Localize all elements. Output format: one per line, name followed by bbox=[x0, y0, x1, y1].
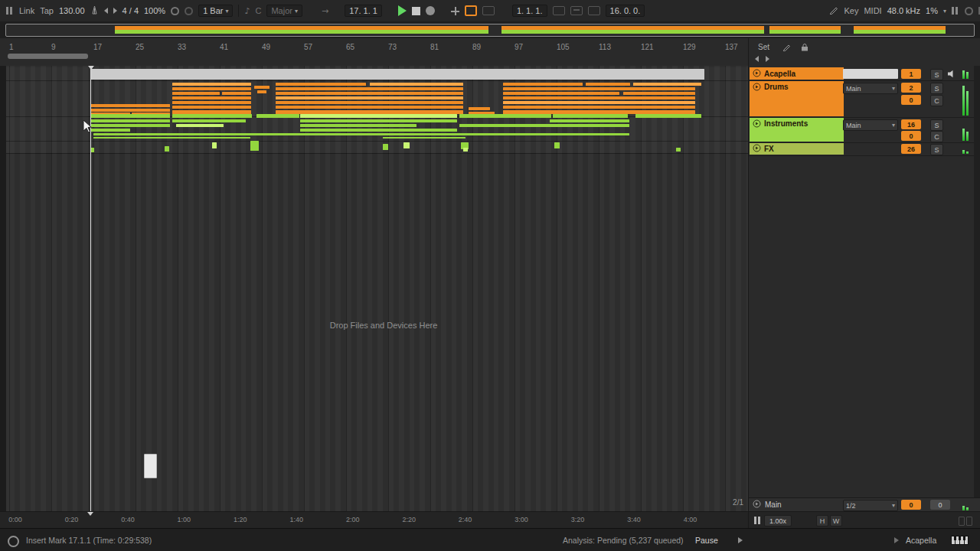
clip-drums[interactable] bbox=[172, 106, 251, 109]
clip-drums[interactable] bbox=[276, 101, 463, 104]
crossfade-button[interactable]: C bbox=[930, 131, 943, 142]
time-ruler[interactable]: 1.00x H W 0:000:200:401:001:201:402:002:… bbox=[0, 511, 980, 529]
quantize-menu[interactable]: 1 Bar▾ bbox=[198, 5, 233, 17]
clip-drums[interactable] bbox=[503, 101, 695, 104]
clip-drums[interactable] bbox=[503, 83, 583, 86]
solo-button[interactable]: S bbox=[930, 69, 943, 80]
metronome-icon[interactable] bbox=[90, 5, 99, 16]
track-row-instruments[interactable]: Instruments Main▾ 16 S 0 C bbox=[749, 118, 980, 143]
clip-drums[interactable] bbox=[222, 92, 251, 95]
zoom-scroll-handle[interactable] bbox=[8, 54, 88, 59]
clip-fx[interactable] bbox=[463, 148, 468, 152]
clip-instruments[interactable] bbox=[90, 124, 170, 127]
send-box[interactable]: 0 bbox=[901, 131, 921, 141]
overview-clip-segment[interactable] bbox=[501, 26, 764, 34]
clip-acapella[interactable] bbox=[90, 69, 704, 80]
clip-fx[interactable] bbox=[676, 148, 681, 152]
clip-instruments[interactable] bbox=[256, 114, 299, 118]
playback-speed-field[interactable]: 1.00x bbox=[764, 515, 792, 527]
clip-instruments[interactable] bbox=[176, 124, 224, 127]
punch-in-icon[interactable] bbox=[553, 6, 565, 15]
clip-instruments[interactable] bbox=[635, 114, 701, 118]
clip-drums[interactable] bbox=[503, 87, 695, 90]
clip-drums[interactable] bbox=[633, 83, 701, 86]
clip-fx[interactable] bbox=[250, 141, 259, 151]
track-height-button[interactable]: H bbox=[816, 515, 828, 527]
pause-button[interactable]: Pause bbox=[695, 536, 718, 545]
track-row-fx[interactable]: FX 26 S bbox=[749, 143, 980, 156]
clip-instruments[interactable] bbox=[172, 119, 246, 122]
scale-name-menu[interactable]: Major▾ bbox=[266, 5, 302, 17]
key-map-button[interactable]: Key bbox=[844, 6, 858, 15]
track-name-block[interactable]: Acapella bbox=[750, 67, 844, 80]
clip-drums[interactable] bbox=[503, 106, 695, 109]
clip-instruments[interactable] bbox=[550, 124, 629, 127]
clip-instruments[interactable] bbox=[90, 119, 170, 122]
clip-drums[interactable] bbox=[257, 90, 266, 93]
groove-amount-field[interactable]: 100% bbox=[144, 6, 165, 15]
clip-instruments[interactable] bbox=[300, 129, 457, 132]
overview-clip-segment[interactable] bbox=[854, 26, 946, 34]
nudge-down-icon[interactable] bbox=[104, 8, 108, 14]
send-box[interactable]: 0 bbox=[901, 95, 921, 105]
crossfade-button[interactable]: C bbox=[930, 95, 943, 106]
resume-analysis-icon[interactable] bbox=[738, 537, 743, 543]
midi-map-button[interactable]: MIDI bbox=[864, 6, 881, 15]
clip-instruments[interactable] bbox=[300, 119, 457, 122]
cpu-menu-icon[interactable]: ▾ bbox=[943, 8, 946, 15]
clip-fx[interactable] bbox=[403, 142, 410, 148]
track-fold-icon[interactable] bbox=[753, 119, 761, 129]
clip-drums[interactable] bbox=[586, 83, 630, 86]
track-row-acapella[interactable]: Acapella 1 S bbox=[749, 67, 980, 81]
clip-instruments[interactable] bbox=[93, 133, 629, 135]
record-button[interactable] bbox=[426, 6, 435, 15]
loop-length-field[interactable]: 16. 0. 0. bbox=[606, 5, 645, 17]
nudge-up-icon[interactable] bbox=[113, 8, 117, 14]
edit-locator-icon[interactable] bbox=[782, 43, 791, 53]
play-button[interactable] bbox=[398, 5, 407, 16]
clip-instruments[interactable] bbox=[90, 114, 170, 118]
track-row-drums[interactable]: Drums Main▾ 2 S 0 C bbox=[749, 81, 980, 118]
capture-midi-icon[interactable] bbox=[482, 6, 495, 15]
dragged-clip-ghost[interactable] bbox=[144, 454, 157, 478]
clip-drums[interactable] bbox=[172, 96, 251, 99]
draw-mode-icon[interactable] bbox=[829, 5, 838, 16]
app-menu-icon[interactable] bbox=[6, 7, 14, 15]
clip-drums[interactable] bbox=[370, 83, 463, 86]
punch-out-icon[interactable] bbox=[588, 6, 600, 15]
midi-channel-box[interactable]: 26 bbox=[901, 144, 921, 154]
arrangement-position-field[interactable]: 17. 1. 1 bbox=[345, 5, 382, 17]
set-locator-button[interactable]: Set bbox=[758, 43, 769, 51]
clip-drums[interactable] bbox=[276, 92, 463, 95]
clip-instruments[interactable] bbox=[300, 114, 457, 118]
clip-drums[interactable] bbox=[276, 96, 463, 99]
automation-arm-icon[interactable] bbox=[465, 5, 477, 16]
clip-drums[interactable] bbox=[172, 101, 251, 104]
clip-fx[interactable] bbox=[383, 144, 388, 150]
clip-drums[interactable] bbox=[469, 107, 490, 110]
clip-drums[interactable] bbox=[276, 83, 366, 86]
clip-drums[interactable] bbox=[172, 92, 220, 95]
clip-instruments[interactable] bbox=[93, 137, 250, 139]
clip-instruments[interactable] bbox=[550, 119, 629, 122]
clip-instruments[interactable] bbox=[459, 114, 551, 118]
clip-drums[interactable] bbox=[276, 87, 463, 90]
prev-locator-icon[interactable] bbox=[755, 56, 759, 62]
clip-instruments[interactable] bbox=[553, 114, 628, 118]
clip-drums[interactable] bbox=[172, 83, 251, 86]
time-signature-field[interactable]: 4 / 4 bbox=[122, 6, 139, 15]
plus-icon[interactable] bbox=[451, 7, 459, 15]
clip-instruments[interactable] bbox=[459, 124, 551, 127]
tempo-field[interactable]: 130.00 bbox=[59, 6, 85, 15]
clip-fx[interactable] bbox=[165, 146, 169, 152]
track-width-button[interactable]: W bbox=[830, 515, 842, 527]
insert-marker-icon[interactable] bbox=[88, 66, 94, 70]
ruler-option-icon[interactable] bbox=[966, 517, 972, 526]
track-name-block[interactable]: Drums bbox=[750, 81, 844, 116]
lock-icon[interactable] bbox=[801, 43, 808, 53]
clip-drums[interactable] bbox=[503, 92, 619, 95]
clip-fx[interactable] bbox=[212, 142, 217, 148]
solo-button[interactable]: S bbox=[930, 83, 943, 94]
follow-button-icon[interactable]: → bbox=[322, 6, 328, 16]
track-fold-icon[interactable] bbox=[753, 69, 761, 79]
